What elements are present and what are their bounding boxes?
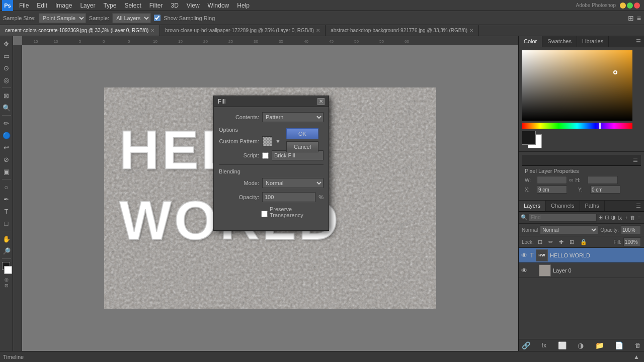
tab-brown[interactable]: brown-close-up-hd-wallpaper-172289.jpg @… bbox=[160, 25, 326, 36]
color-panel-menu[interactable]: ☰ bbox=[633, 36, 644, 47]
libraries-tab[interactable]: Libraries bbox=[577, 36, 609, 47]
layers-tab[interactable]: Layers bbox=[519, 201, 546, 211]
layers-delete-btn-bottom[interactable]: 🗑 bbox=[635, 342, 641, 349]
hand-tool[interactable]: ✋ bbox=[1, 233, 12, 244]
prop-x-input[interactable] bbox=[537, 186, 567, 194]
arrange-windows-icon[interactable]: ⊞ bbox=[628, 14, 634, 22]
fill-input[interactable] bbox=[623, 237, 641, 246]
preserve-transparency-checkbox[interactable] bbox=[261, 211, 268, 217]
prop-h-input[interactable] bbox=[588, 176, 618, 184]
layers-style-btn[interactable]: fx bbox=[617, 213, 622, 222]
layer-item-layer0[interactable]: 👁 Layer 0 bbox=[519, 263, 644, 278]
fill-cancel-button[interactable]: Cancel bbox=[286, 141, 318, 152]
quick-select-tool[interactable]: ◎ bbox=[1, 74, 12, 85]
menu-layer[interactable]: Layer bbox=[76, 1, 99, 10]
fill-ok-button[interactable]: OK bbox=[286, 128, 318, 139]
eyedropper-tool[interactable]: 🔍 bbox=[1, 102, 12, 113]
fill-dialog-close-button[interactable]: ✕ bbox=[317, 98, 325, 105]
show-sampling-ring-checkbox[interactable] bbox=[154, 15, 160, 21]
lock-all-btn[interactable]: 🔒 bbox=[578, 238, 589, 246]
menu-help[interactable]: Help bbox=[233, 1, 254, 10]
menu-edit[interactable]: Edit bbox=[33, 1, 51, 10]
color-hue-strip[interactable] bbox=[522, 123, 632, 129]
layers-filter-btn[interactable]: 🔍 bbox=[521, 213, 528, 222]
marquee-tool[interactable]: ▭ bbox=[1, 50, 12, 61]
lock-position-btn[interactable]: ✚ bbox=[557, 238, 566, 246]
link-wh-icon[interactable]: ∞ bbox=[569, 176, 574, 184]
menu-file[interactable]: File bbox=[15, 1, 33, 10]
color-gradient[interactable] bbox=[522, 50, 632, 121]
layers-panel-menu[interactable]: ☰ bbox=[633, 201, 644, 211]
menu-image[interactable]: Image bbox=[51, 1, 76, 10]
dodge-tool[interactable]: ○ bbox=[1, 182, 12, 193]
menu-view[interactable]: View bbox=[183, 1, 204, 10]
properties-panel-menu[interactable]: ☰ bbox=[630, 155, 641, 165]
tab-abstract[interactable]: abstract-backdrop-background-921776.jpg … bbox=[326, 25, 479, 36]
lock-transparent-btn[interactable]: ⊡ bbox=[536, 238, 544, 246]
history-brush-tool[interactable]: ↩ bbox=[1, 142, 12, 153]
fg-bg-colors[interactable] bbox=[1, 262, 12, 276]
layer-visibility-hello-world[interactable]: 👁 bbox=[521, 252, 528, 259]
tab-abstract-close[interactable]: ✕ bbox=[469, 28, 473, 33]
layers-opacity-input[interactable] bbox=[621, 225, 641, 234]
pattern-dropdown-arrow[interactable]: ▼ bbox=[275, 138, 281, 144]
lock-artboard-btn[interactable]: ⊞ bbox=[568, 238, 576, 246]
workspace-icon[interactable]: ≡ bbox=[637, 14, 641, 22]
layers-new-group-btn[interactable]: ⊞ bbox=[598, 213, 603, 222]
type-tool[interactable]: T bbox=[1, 206, 12, 217]
eraser-tool[interactable]: ⊘ bbox=[1, 154, 12, 165]
layers-new-btn[interactable]: + bbox=[623, 213, 629, 222]
move-tool[interactable]: ✥ bbox=[1, 38, 12, 49]
swatches-tab[interactable]: Swatches bbox=[542, 36, 577, 47]
layer-item-hello-world[interactable]: 👁 T HW HELLO WORLD bbox=[519, 248, 644, 263]
brush-tool[interactable]: ✏ bbox=[1, 118, 12, 129]
layers-new-btn-bottom[interactable]: 📄 bbox=[615, 341, 623, 349]
layers-group-btn-bottom[interactable]: 📁 bbox=[595, 341, 604, 349]
pen-tool[interactable]: ✒ bbox=[1, 194, 12, 205]
lasso-tool[interactable]: ⊙ bbox=[1, 62, 12, 73]
layers-delete-btn[interactable]: 🗑 bbox=[630, 213, 635, 222]
layers-search-input[interactable] bbox=[529, 214, 597, 222]
maximize-button[interactable] bbox=[627, 3, 633, 9]
clone-stamp-tool[interactable]: 🔵 bbox=[1, 130, 12, 141]
layers-add-mask-btn[interactable]: ⊡ bbox=[604, 213, 610, 222]
minimize-button[interactable] bbox=[620, 3, 626, 9]
mode-select[interactable]: Normal bbox=[262, 178, 324, 188]
zoom-tool[interactable]: 🔎 bbox=[1, 245, 12, 256]
prop-w-input[interactable] bbox=[537, 176, 567, 184]
quick-mask-icon[interactable]: ◎ bbox=[5, 277, 9, 282]
close-button[interactable] bbox=[634, 3, 640, 9]
screen-mode-icon[interactable]: ⊡ bbox=[5, 283, 9, 288]
layers-adj-btn-bottom[interactable]: ◑ bbox=[578, 341, 584, 349]
crop-tool[interactable]: ⊠ bbox=[1, 90, 12, 101]
timeline-collapse-btn[interactable]: ▲ bbox=[632, 353, 641, 360]
menu-window[interactable]: Window bbox=[204, 1, 233, 10]
menu-3d[interactable]: 3D bbox=[167, 1, 182, 10]
layers-style-btn-bottom[interactable]: fx bbox=[542, 342, 546, 349]
opacity-input[interactable] bbox=[262, 192, 315, 202]
tab-cement-close[interactable]: ✕ bbox=[150, 28, 154, 33]
gradient-tool[interactable]: ▣ bbox=[1, 166, 12, 177]
color-tab[interactable]: Color bbox=[519, 36, 542, 47]
prop-y-input[interactable] bbox=[590, 186, 620, 194]
paths-tab[interactable]: Paths bbox=[580, 201, 605, 211]
fill-dialog-titlebar[interactable]: Fill ✕ bbox=[214, 96, 329, 107]
layers-adjustment-btn[interactable]: ◑ bbox=[611, 213, 616, 222]
canvas-background[interactable]: 人人素材区 人人素材区 人人素材区 人人素材区 人人素材区 人人素材区 人人素材… bbox=[22, 45, 518, 351]
tab-cement[interactable]: cement-colors-concrete-1092369.jpg @ 33,… bbox=[0, 25, 160, 36]
layers-menu-btn[interactable]: ≡ bbox=[636, 213, 642, 222]
menu-filter[interactable]: Filter bbox=[145, 1, 167, 10]
background-color[interactable] bbox=[4, 266, 12, 274]
layer-visibility-layer0[interactable]: 👁 bbox=[521, 267, 528, 274]
sample-size-select[interactable]: Point Sample bbox=[39, 13, 86, 23]
menu-select[interactable]: Select bbox=[120, 1, 145, 10]
layers-mask-btn-bottom[interactable]: ⬜ bbox=[558, 341, 567, 349]
foreground-swatch[interactable] bbox=[522, 131, 536, 145]
lock-image-btn[interactable]: ✏ bbox=[546, 238, 555, 246]
shape-tool[interactable]: □ bbox=[1, 218, 12, 229]
menu-type[interactable]: Type bbox=[99, 1, 120, 10]
sample-select[interactable]: All Layers bbox=[112, 13, 151, 23]
layers-link-btn[interactable]: 🔗 bbox=[522, 341, 530, 349]
pattern-swatch[interactable] bbox=[262, 136, 272, 146]
script-checkbox[interactable] bbox=[262, 152, 269, 159]
